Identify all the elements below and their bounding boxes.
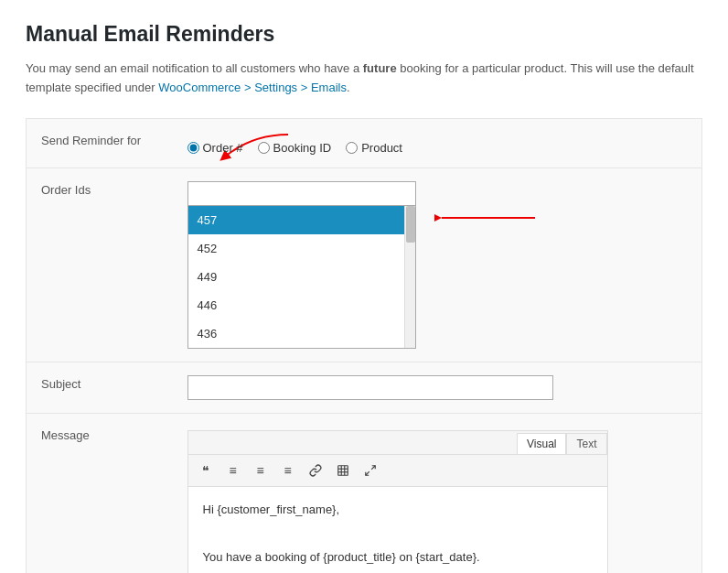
align-right-button[interactable]: ≡	[276, 459, 300, 482]
radio-group: Order # Booking ID Product	[187, 139, 688, 155]
woocommerce-settings-link[interactable]: WooCommerce > Settings > Emails	[158, 81, 347, 94]
tab-text[interactable]: Text	[566, 433, 606, 454]
scrollbar[interactable]	[404, 206, 415, 348]
message-row: Message Visual Text ❝ ≡ ≡ ≡	[27, 413, 702, 573]
radio-order-number[interactable]: Order #	[187, 141, 243, 155]
form-table: Send Reminder for	[26, 118, 702, 573]
align-center-button[interactable]: ≡	[249, 459, 273, 482]
link-icon	[309, 464, 322, 477]
message-editor: Visual Text ❝ ≡ ≡ ≡	[187, 430, 608, 573]
blockquote-button[interactable]: ❝	[194, 459, 218, 482]
intro-paragraph: You may send an email notification to al…	[26, 59, 702, 98]
subject-row: Subject	[27, 362, 702, 413]
intro-text-end: .	[347, 81, 350, 94]
svg-rect-3	[337, 465, 348, 475]
subject-label: Subject	[27, 362, 173, 413]
order-ids-row: Order Ids 457 452 449 446 436	[27, 168, 702, 362]
editor-line-3: You have a booking of {product_title} on…	[203, 547, 593, 568]
send-reminder-cell: Order # Booking ID Product	[173, 118, 702, 168]
editor-tabs: Visual Text	[188, 431, 607, 455]
red-arrow-right-container	[416, 181, 535, 227]
send-reminder-row: Send Reminder for	[27, 118, 702, 168]
radio-order-number-input[interactable]	[187, 142, 199, 154]
subject-input[interactable]	[187, 375, 553, 400]
page-title: Manual Email Reminders	[26, 22, 702, 47]
order-ids-select-wrapper: 457 452 449 446 436	[187, 181, 416, 349]
radio-product-input[interactable]	[346, 142, 358, 154]
fullscreen-button[interactable]	[359, 459, 382, 482]
message-label: Message	[27, 413, 173, 573]
tab-visual[interactable]: Visual	[517, 433, 566, 454]
dropdown-item-449[interactable]: 449	[188, 263, 415, 291]
table-button[interactable]	[331, 459, 355, 482]
order-ids-input[interactable]	[187, 181, 416, 206]
radio-booking-id[interactable]: Booking ID	[258, 141, 332, 155]
radio-order-number-label: Order #	[203, 141, 243, 155]
editor-toolbar: ❝ ≡ ≡ ≡	[188, 455, 607, 487]
order-ids-cell: 457 452 449 446 436	[173, 168, 702, 362]
message-cell: Visual Text ❝ ≡ ≡ ≡	[173, 413, 702, 573]
radio-product[interactable]: Product	[346, 141, 402, 155]
table-icon	[337, 464, 349, 477]
red-arrow-right	[434, 209, 535, 227]
svg-line-9	[365, 471, 369, 475]
order-ids-label: Order Ids	[27, 168, 173, 362]
editor-content[interactable]: Hi {customer_first_name}, You have a boo…	[188, 487, 607, 573]
intro-text-before: You may send an email notification to al…	[26, 61, 363, 75]
send-reminder-label: Send Reminder for	[27, 118, 173, 168]
dropdown-item-436[interactable]: 436	[188, 319, 415, 348]
fullscreen-icon	[364, 464, 377, 477]
radio-booking-id-input[interactable]	[258, 142, 270, 154]
radio-product-label: Product	[361, 141, 402, 155]
scrollbar-thumb[interactable]	[406, 206, 415, 243]
radio-booking-id-label: Booking ID	[273, 141, 332, 155]
svg-line-8	[371, 465, 375, 469]
dropdown-item-452[interactable]: 452	[188, 234, 415, 263]
dropdown-item-457[interactable]: 457	[188, 206, 415, 234]
order-ids-dropdown: 457 452 449 446 436	[187, 206, 416, 349]
link-button[interactable]	[304, 459, 327, 482]
editor-line-1: Hi {customer_first_name},	[203, 500, 593, 520]
dropdown-item-446[interactable]: 446	[188, 291, 415, 319]
intro-bold-word: future	[363, 61, 397, 75]
align-left-button[interactable]: ≡	[221, 459, 245, 482]
subject-cell	[173, 362, 702, 413]
editor-line-2	[203, 524, 593, 544]
